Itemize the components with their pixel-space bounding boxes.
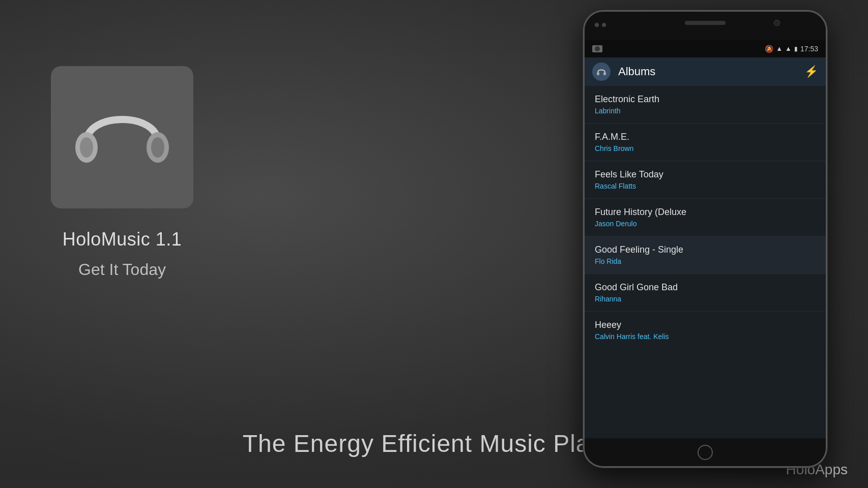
album-artist-7: Calvin Harris feat. Kelis <box>595 332 816 341</box>
album-item-5[interactable]: Good Feeling - Single Flo Rida <box>585 236 826 274</box>
action-bar-icon[interactable] <box>592 63 611 81</box>
album-item-2[interactable]: F.A.M.E. Chris Brown <box>585 124 826 161</box>
app-name: HoloMusic 1.1 <box>63 229 182 250</box>
signal-icon: ▲ <box>785 45 792 52</box>
phone-speaker <box>685 21 726 25</box>
status-left <box>592 45 602 52</box>
phone-dot-1 <box>595 23 599 27</box>
phone-dot-2 <box>602 23 606 27</box>
album-artist-3: Rascal Flatts <box>595 182 816 190</box>
album-item-1[interactable]: Electronic Earth Labrinth <box>585 86 826 124</box>
album-artist-1: Labrinth <box>595 107 816 115</box>
svg-point-3 <box>151 137 164 158</box>
status-time: 17:53 <box>800 45 818 53</box>
svg-rect-5 <box>603 72 606 75</box>
phone-body: 🔕 ▲ ▲ ▮ 17:53 <box>583 10 827 468</box>
album-artist-5: Flo Rida <box>595 257 816 265</box>
svg-rect-4 <box>597 72 599 75</box>
album-name-4: Future History (Deluxe <box>595 207 816 218</box>
album-list: Electronic Earth Labrinth F.A.M.E. Chris… <box>585 86 826 466</box>
album-item-7[interactable]: Heeey Calvin Harris feat. Kelis <box>585 312 826 349</box>
status-bar: 🔕 ▲ ▲ ▮ 17:53 <box>585 40 826 57</box>
action-bar-bolt[interactable]: ⚡ <box>804 65 818 78</box>
action-bar: Albums ⚡ <box>585 57 826 86</box>
wifi-icon: ▲ <box>776 45 783 52</box>
phone-home-button[interactable] <box>698 445 713 460</box>
tagline-text: The Energy Efficient Music Player <box>243 430 625 457</box>
left-panel: HoloMusic 1.1 Get It Today <box>51 66 193 279</box>
battery-icon: ▮ <box>794 45 798 52</box>
headphones-icon <box>71 86 173 188</box>
notification-icon <box>592 45 602 52</box>
album-name-2: F.A.M.E. <box>595 132 816 142</box>
album-name-3: Feels Like Today <box>595 169 816 180</box>
phone-top <box>585 12 826 40</box>
headphones-small-icon <box>596 67 606 77</box>
album-item-6[interactable]: Good Girl Gone Bad Rihanna <box>585 274 826 312</box>
mute-icon: 🔕 <box>765 45 773 53</box>
status-right: 🔕 ▲ ▲ ▮ 17:53 <box>765 45 818 53</box>
album-name-1: Electronic Earth <box>595 94 816 105</box>
album-item-3[interactable]: Feels Like Today Rascal Flatts <box>585 161 826 199</box>
get-it-today: Get It Today <box>78 260 166 279</box>
album-artist-2: Chris Brown <box>595 144 816 152</box>
phone-bottom-bar <box>585 438 826 466</box>
phone-camera <box>774 20 780 26</box>
album-name-6: Good Girl Gone Bad <box>595 282 816 293</box>
album-name-7: Heeey <box>595 320 816 330</box>
album-artist-6: Rihanna <box>595 295 816 303</box>
svg-point-1 <box>80 137 93 158</box>
app-icon <box>51 66 193 208</box>
album-name-5: Good Feeling - Single <box>595 245 816 255</box>
action-bar-title: Albums <box>618 65 797 78</box>
phone-container: 🔕 ▲ ▲ ▮ 17:53 <box>583 10 827 468</box>
phone-screen: 🔕 ▲ ▲ ▮ 17:53 <box>585 40 826 466</box>
album-item-4[interactable]: Future History (Deluxe Jason Derulo <box>585 199 826 236</box>
album-artist-4: Jason Derulo <box>595 220 816 228</box>
